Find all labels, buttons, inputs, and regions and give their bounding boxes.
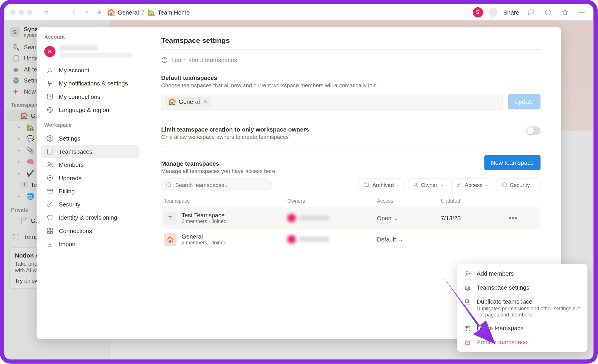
nav-back-icon[interactable]: [69, 7, 79, 18]
ctx-duplicate[interactable]: Duplicate teamspace Duplicates permissio…: [460, 295, 585, 321]
table-row[interactable]: T Test Teamspace 2 members · Joined Open…: [161, 207, 540, 229]
comments-icon[interactable]: [525, 7, 536, 18]
filter-owner[interactable]: Owner⌄: [408, 178, 448, 191]
svg-point-36: [48, 204, 50, 206]
teamspace-sub: 2 members · Joined: [182, 218, 227, 224]
teamspace-name: Test Teamspace: [182, 212, 227, 218]
nav-members[interactable]: Members: [41, 158, 139, 171]
svg-rect-41: [47, 231, 49, 233]
redacted-name: [60, 45, 98, 51]
svg-point-7: [49, 68, 51, 70]
avatar[interactable]: S: [473, 7, 483, 17]
close-dot[interactable]: [10, 10, 15, 15]
remove-token-icon[interactable]: ✕: [203, 99, 208, 105]
ctx-archive[interactable]: Archive teamspace: [460, 335, 585, 349]
account-avatar: S: [44, 46, 55, 57]
nav-connections[interactable]: Connections: [41, 224, 139, 237]
col-teamspace[interactable]: Teamspace: [164, 198, 287, 204]
modal-section-account: Account: [40, 34, 140, 43]
svg-point-47: [166, 183, 171, 187]
svg-rect-60: [465, 340, 470, 341]
ctx-add-members[interactable]: Add members: [460, 267, 585, 281]
col-owners[interactable]: Owners: [287, 198, 377, 204]
row-more-button[interactable]: •••: [505, 214, 522, 222]
limit-creation-sub: Only allow workspace owners to create te…: [161, 134, 309, 140]
svg-point-19: [49, 138, 51, 139]
filter-security[interactable]: Security⌄: [497, 178, 540, 191]
zoom-dot[interactable]: [27, 10, 32, 15]
minimize-dot[interactable]: [19, 10, 24, 15]
teamspace-sub: 2 members · Joined: [182, 240, 227, 246]
shield-icon: [501, 182, 507, 188]
ctx-leave[interactable]: Leave teamspace: [460, 321, 585, 335]
traffic-lights[interactable]: [10, 10, 32, 15]
new-teamspace-button[interactable]: New teamspace: [484, 155, 540, 170]
search-teamspaces-input[interactable]: [161, 178, 272, 191]
sidebar-collapse-icon[interactable]: [41, 7, 52, 18]
favorite-icon[interactable]: [559, 7, 571, 18]
ctx-settings[interactable]: Teamspace settings: [460, 281, 585, 295]
breadcrumb-general[interactable]: General: [118, 9, 139, 15]
col-access[interactable]: Access: [377, 198, 441, 204]
nav-my-connections[interactable]: My connections: [41, 90, 139, 103]
home-icon: 🏠: [107, 8, 115, 16]
search-icon: [165, 181, 172, 190]
filter-archived[interactable]: Archived⌄: [359, 178, 405, 191]
table-row[interactable]: 🏠 General 2 members · Joined Default⌄: [161, 229, 540, 250]
svg-point-51: [415, 183, 417, 185]
more-icon[interactable]: [576, 7, 587, 18]
nav-forward-icon[interactable]: [82, 7, 91, 18]
grid-icon: [46, 227, 54, 235]
nav-language[interactable]: Language & region: [41, 104, 139, 116]
default-teamspaces-field[interactable]: 🏠 General ✕: [161, 94, 503, 110]
access-dropdown[interactable]: Default⌄: [377, 236, 441, 243]
presence-avatar: [489, 8, 497, 17]
nav-identity[interactable]: Identity & provisioning: [41, 211, 139, 224]
svg-point-6: [583, 12, 584, 13]
building-icon: [46, 148, 54, 155]
svg-point-52: [457, 185, 459, 187]
account-profile[interactable]: S: [40, 43, 140, 64]
copy-icon: [464, 298, 471, 305]
col-updated[interactable]: Updated↓: [441, 198, 505, 204]
chevron-down-icon: ⌄: [394, 215, 399, 221]
svg-rect-49: [364, 183, 369, 184]
arrow-up-icon: [46, 174, 54, 182]
nav-teamspaces[interactable]: Teamspaces: [41, 145, 139, 158]
update-button[interactable]: Update: [508, 94, 541, 110]
svg-rect-34: [47, 189, 53, 193]
nav-upgrade[interactable]: Upgrade: [41, 172, 139, 184]
access-dropdown[interactable]: Open⌄: [377, 215, 441, 221]
nav-security[interactable]: Security: [41, 198, 139, 211]
new-tab-icon[interactable]: [95, 7, 104, 18]
nav-import[interactable]: Import: [41, 238, 139, 251]
filter-access[interactable]: Access⌄: [451, 178, 493, 191]
gear-icon: [464, 284, 471, 291]
learn-link[interactable]: Learn about teamspaces: [161, 50, 540, 69]
gear-icon: [46, 134, 54, 142]
limit-creation-toggle[interactable]: [526, 126, 541, 135]
person-icon: [413, 182, 418, 188]
breadcrumb-team-home[interactable]: Team Home: [158, 9, 190, 15]
default-teamspaces-title: Default teamspaces: [161, 75, 540, 81]
teamspace-avatar: T: [164, 212, 177, 225]
updates-icon[interactable]: [542, 7, 553, 18]
key-icon: [456, 182, 462, 188]
breadcrumb[interactable]: 🏠 General / 🏡 Team Home: [107, 8, 190, 16]
svg-line-48: [170, 186, 171, 188]
svg-rect-40: [51, 228, 53, 230]
teamspace-token[interactable]: 🏠 General ✕: [165, 97, 211, 107]
nav-settings[interactable]: Settings: [41, 132, 139, 145]
modal-section-workspace: Workspace: [40, 122, 140, 132]
wave-icon: [464, 325, 471, 332]
svg-line-15: [49, 96, 51, 98]
redacted-email: [60, 53, 132, 57]
page-title: Teamspace settings: [161, 37, 540, 45]
nav-my-account[interactable]: My account: [41, 64, 139, 77]
nav-billing[interactable]: Billing: [41, 185, 139, 198]
svg-line-38: [51, 203, 52, 204]
updated-date: 7/13/23: [441, 215, 505, 221]
nav-my-notifications[interactable]: My notifications & settings: [41, 77, 139, 90]
owner-redacted: [287, 235, 377, 244]
share-button[interactable]: Share: [503, 9, 519, 15]
